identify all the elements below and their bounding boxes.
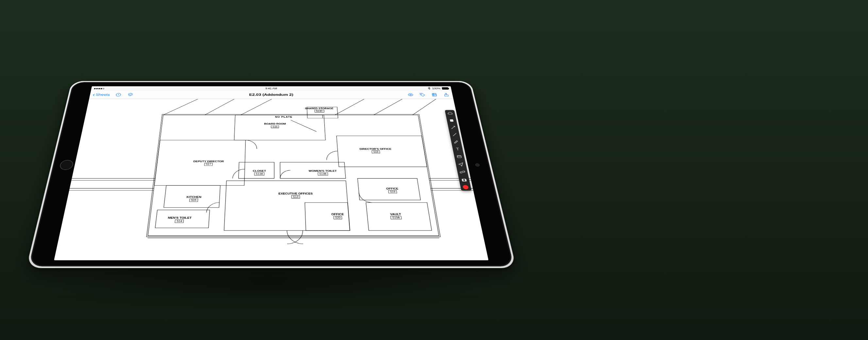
room-label: DEPUTY DIRECTORS17 (193, 160, 224, 166)
room-label: MEN'S TOILETS14 (167, 216, 192, 223)
arrow-tool-icon[interactable] (450, 125, 457, 130)
floor-plan: NO PLATE SHARED STORAGES13CBOARD ROOMS16… (54, 99, 489, 260)
camera-tool-icon[interactable] (460, 177, 468, 183)
color-red-swatch[interactable] (462, 185, 469, 189)
ios-status-bar: 9:41 AM 100% (91, 86, 452, 91)
line-tool-icon[interactable] (451, 132, 459, 137)
sheet-title: E2.03 (Addendum 2) (90, 93, 453, 97)
svg-rect-40 (460, 171, 465, 173)
stamp-tool-icon[interactable] (455, 154, 463, 159)
bluetooth-icon (428, 87, 431, 90)
app-nav-bar: ‹ Sheets E2.03 (Addendum 2) (89, 91, 454, 99)
pen-tool-icon[interactable] (452, 139, 460, 145)
room-label: WOMEN'S TOILETS13B (309, 169, 337, 175)
app-screen: 9:41 AM 100% ‹ Sheets (54, 86, 489, 260)
svg-rect-39 (457, 156, 461, 158)
room-label: CLOSETS13A (253, 169, 266, 175)
status-time: 9:41 AM (91, 87, 451, 90)
svg-rect-38 (450, 119, 453, 122)
svg-line-26 (409, 99, 446, 115)
room-label: EXECUTIVE OFFICESS13 (278, 192, 313, 198)
room-label: VAULTS19A (390, 213, 402, 219)
room-label: SHARED STORAGES13C (305, 107, 334, 113)
room-label: OFFICES20 (331, 213, 344, 219)
ruler-tool-icon[interactable] (459, 169, 467, 175)
room-label: KITCHENS15 (186, 195, 201, 202)
svg-line-22 (205, 99, 242, 115)
room-label: OFFICES19 (386, 187, 399, 193)
send-tool-icon[interactable] (457, 161, 465, 167)
svg-line-23 (241, 99, 280, 115)
svg-line-21 (163, 99, 206, 115)
svg-rect-17 (224, 181, 350, 230)
carrier-signal-icon (94, 87, 105, 90)
drawing-canvas[interactable]: NO PLATE SHARED STORAGES13CBOARD ROOMS16… (54, 99, 489, 260)
ipad-front-camera (475, 163, 480, 167)
battery-percentage: 100% (432, 87, 440, 90)
text-tool-icon[interactable] (454, 147, 462, 152)
room-label: BOARD ROOMS16 (264, 123, 286, 128)
highlighter-tool-icon[interactable] (448, 118, 456, 123)
svg-line-11 (322, 115, 323, 118)
battery-icon (442, 87, 449, 90)
svg-line-24 (333, 99, 374, 115)
ipad-device: 9:41 AM 100% ‹ Sheets (26, 81, 516, 268)
plan-note-no-plate: NO PLATE (275, 115, 292, 118)
room-label: DIRECTOR'S OFFICES18 (360, 148, 392, 153)
svg-line-25 (371, 99, 412, 115)
cloud-tool-icon[interactable] (446, 111, 454, 116)
ipad-home-button[interactable] (59, 160, 74, 170)
svg-line-37 (291, 120, 317, 131)
